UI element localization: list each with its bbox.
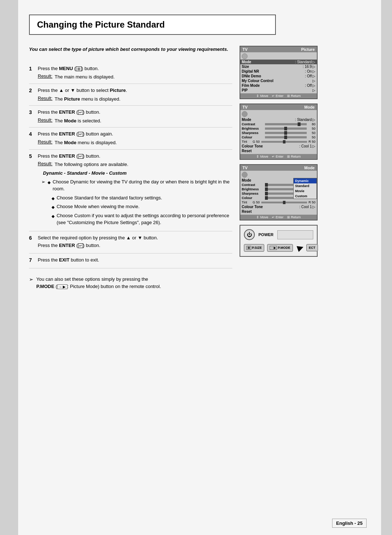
tv-mode-value: : Standard (295, 60, 312, 64)
result-label-4: Result: (38, 139, 52, 145)
tv-tint-row: Tint G 50 R 50 (240, 139, 317, 144)
bullet-text-3: Choose Movie when viewing the movie. (57, 203, 139, 210)
step-6-content: Select the required option by pressing t… (38, 234, 232, 251)
tv-colour-row: Colour 50 (240, 135, 317, 139)
tv-p3-colour-thumb (265, 196, 268, 200)
remote-display (277, 230, 313, 239)
tv-header-left-1: TV (242, 47, 248, 52)
page-footer: English - 25 (332, 519, 367, 528)
step-7-content: Press the EXIT button to exit. (38, 256, 232, 265)
bullet-item: ◆ Choose Movie when viewing the movie. (41, 203, 232, 210)
diamond-icon-4: ◆ (52, 213, 54, 219)
step-5-instruction: Press the ENTER (↵) button. (38, 153, 232, 160)
tv-film-value: : Off (305, 84, 312, 88)
tv-panel-2-footer: ⇕ Move ↵ Enter ⊞ Return (240, 154, 317, 159)
tv-panel-3-footer: ⇕ Move ↵ Enter ⊞ Return (240, 215, 317, 220)
tv-header-right-3: Mode (304, 166, 315, 170)
remote-panel: ⏻ POWER ⊞ P.SIZE ←▶ P.MODE ▶ (240, 225, 318, 257)
tv-dnr-value: : On (305, 69, 312, 73)
tv-p3-contrast-label: Contrast (242, 183, 264, 187)
tv-p3-contrast-thumb (265, 183, 268, 187)
step-2-result-text: The Picture menu is displayed. (54, 96, 120, 103)
tv-film-label: Film Mode (242, 84, 305, 88)
tv-p2-mode-arrow: ▷ (313, 118, 315, 122)
tv-sharpness-slider (265, 132, 307, 134)
tv-contrast-row: Contrast 80 (240, 122, 317, 126)
tv-p3-sharpness-thumb (265, 192, 268, 195)
tv-pip-label: PIP (242, 88, 313, 92)
tv-colour-value: 50 (308, 135, 315, 139)
psize-button[interactable]: ⊞ P.SIZE (244, 244, 264, 252)
tv-dnie-label: DNIe Demo (242, 74, 305, 78)
result-label: Result: (38, 73, 52, 79)
tv-p3-tint-label: Tint (242, 200, 253, 204)
step-1-number: 1 (29, 65, 38, 72)
note-box: ➢ You can also set these options simply … (29, 276, 232, 290)
step-6-number: 6 (29, 234, 38, 241)
tv-header-left-2: TV (242, 105, 248, 109)
tv-p3-colourtone-arrow: ▷ (313, 205, 315, 209)
tv-sharpness-thumb (284, 131, 287, 135)
step-3-number: 3 (29, 109, 38, 115)
remote-power-row: ⏻ POWER (244, 229, 313, 240)
title-box: Changing the Picture Standard (29, 15, 276, 35)
tv-brightness-row: Brightness 50 (240, 126, 317, 131)
dropdown-dynamic: Dynamic (294, 178, 317, 183)
tv-p3-sharpness-label: Sharpness (242, 192, 264, 195)
pmode-icon: ←▶ (270, 246, 277, 250)
tv-p3-reset-row: Reset (240, 209, 317, 214)
footer-move: ⇕ Move (256, 94, 268, 98)
tv-panel-3: TV Mode Mode Dynamic (240, 164, 318, 220)
tv-contrast-value: 80 (308, 122, 315, 126)
footer-return-3: ⊞ Return (287, 215, 301, 219)
tv-mcc-label: My Colour Control (242, 79, 313, 83)
tv-row (240, 53, 317, 60)
tv-panel-1: TV Picture Mode : Standard ▷ (240, 46, 318, 99)
tv-p3-colour-label: Colour (242, 196, 264, 200)
tv-header-left-3: TV (242, 166, 248, 170)
psize-label: P.SIZE (252, 246, 262, 250)
dropdown-custom: Custom (294, 194, 317, 199)
pmode-button[interactable]: ←▶ P.MODE (267, 244, 293, 252)
step-5-content: Press the ENTER (↵) button. Result: The … (38, 153, 232, 228)
tv-mode-label: Mode (242, 60, 295, 64)
step-1-content: Press the MENU (⊞) button. Result: The m… (38, 65, 232, 81)
tv-p2-mode-value: : Standard (295, 118, 312, 122)
tv-tint-thumb (283, 140, 285, 143)
tv-icon-1 (242, 53, 248, 59)
step-4-content: Press the ENTER (↵) button again. Result… (38, 130, 232, 146)
tv-colourtone-label: Colour Tone (242, 144, 299, 148)
tv-panel-1-footer: ⇕ Move ↵ Enter ⊞ Return (240, 93, 317, 98)
footer-enter-3: ↵ Enter (272, 215, 283, 219)
power-button[interactable]: ⏻ (244, 229, 255, 240)
step-3-instruction: Press the ENTER (↵) button. (38, 109, 232, 116)
tv-panel-1-header: TV Picture (240, 46, 317, 52)
step-5-number: 5 (29, 153, 38, 159)
ect-button[interactable]: ECT (306, 244, 318, 251)
step-1-instruction: Press the MENU (⊞) button. (38, 65, 232, 73)
right-panels: TV Picture Mode : Standard ▷ (240, 46, 323, 290)
tv-pip-row: PIP ▷ (240, 88, 317, 93)
bullet-item: ◆ Choose Custom if you want to adjust th… (41, 212, 232, 226)
page: Changing the Picture Standard You can se… (0, 0, 392, 535)
step-1: 1 Press the MENU (⊞) button. Result: The… (29, 62, 232, 84)
tv-mode-arrow: ▷ (313, 60, 315, 64)
tv-dnie-row: DNIe Demo : Off ▷ (240, 74, 317, 78)
tv-contrast-slider (265, 123, 307, 125)
step-5-result-text: The following options are available. (54, 161, 128, 168)
tv-colour-label: Colour (242, 135, 264, 139)
step-2-instruction: Press the ▲ or ▼ button to select Pictur… (38, 87, 232, 94)
dropdown-movie: Movie (294, 189, 317, 194)
tv-film-row: Film Mode : Off ▷ (240, 83, 317, 88)
tv-contrast-thumb (298, 122, 301, 126)
tv-colour-slider (265, 136, 307, 138)
power-label: POWER (258, 232, 274, 237)
footer-enter-2: ↵ Enter (272, 155, 283, 158)
dropdown-standard: Standard (294, 183, 317, 189)
result-label-3: Result: (38, 117, 52, 123)
step-4-result: Result: The Mode menu is displayed. (38, 139, 232, 146)
tv-mode-row: Mode : Standard ▷ (240, 60, 317, 64)
tv-panel-2-body: Mode : Standard ▷ Contrast 80 B (240, 110, 317, 154)
tv-dnr-row: Digital NR : On ▷ (240, 69, 317, 74)
step-2-content: Press the ▲ or ▼ button to select Pictur… (38, 87, 232, 102)
